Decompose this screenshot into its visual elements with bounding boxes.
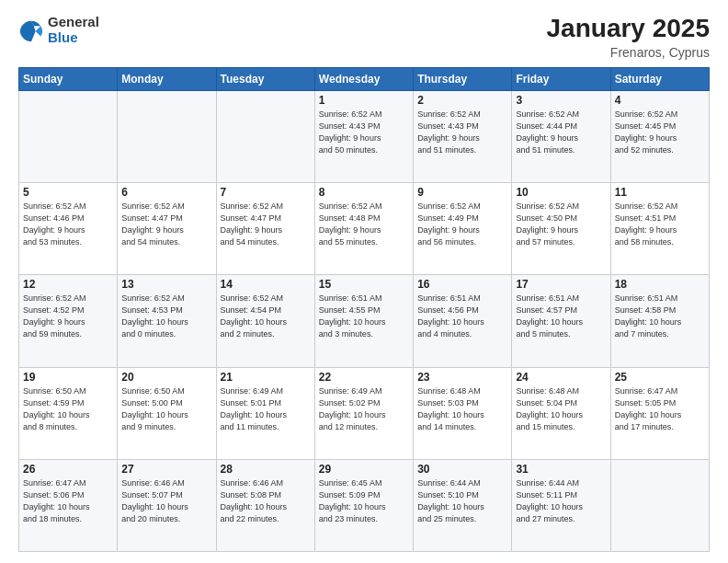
day-number: 28 (221, 463, 311, 476)
day-info: Sunrise: 6:52 AM Sunset: 4:46 PM Dayligh… (23, 201, 113, 248)
calendar-cell: 31Sunrise: 6:44 AM Sunset: 5:11 PM Dayli… (512, 459, 610, 551)
day-number: 7 (221, 186, 311, 199)
calendar-cell: 23Sunrise: 6:48 AM Sunset: 5:03 PM Dayli… (414, 367, 512, 459)
calendar-cell (216, 90, 314, 182)
weekday-header-row: SundayMondayTuesdayWednesdayThursdayFrid… (19, 67, 710, 90)
calendar-cell: 18Sunrise: 6:51 AM Sunset: 4:58 PM Dayli… (610, 275, 709, 367)
calendar-cell: 29Sunrise: 6:45 AM Sunset: 5:09 PM Dayli… (314, 459, 413, 551)
day-number: 13 (121, 278, 211, 291)
day-info: Sunrise: 6:51 AM Sunset: 4:58 PM Dayligh… (615, 293, 705, 340)
calendar-week-3: 12Sunrise: 6:52 AM Sunset: 4:52 PM Dayli… (19, 275, 710, 367)
calendar-cell (118, 90, 216, 182)
calendar-week-4: 19Sunrise: 6:50 AM Sunset: 4:59 PM Dayli… (19, 367, 710, 459)
logo-general: General (48, 15, 99, 30)
day-info: Sunrise: 6:44 AM Sunset: 5:10 PM Dayligh… (417, 477, 507, 525)
day-info: Sunrise: 6:52 AM Sunset: 4:51 PM Dayligh… (615, 201, 705, 248)
logo-blue: Blue (48, 30, 99, 46)
day-number: 22 (319, 371, 409, 384)
day-info: Sunrise: 6:45 AM Sunset: 5:09 PM Dayligh… (319, 477, 409, 525)
day-info: Sunrise: 6:52 AM Sunset: 4:54 PM Dayligh… (221, 293, 311, 340)
day-info: Sunrise: 6:52 AM Sunset: 4:47 PM Dayligh… (121, 201, 211, 248)
day-info: Sunrise: 6:47 AM Sunset: 5:06 PM Dayligh… (23, 477, 113, 525)
day-number: 31 (516, 463, 606, 476)
calendar-cell: 16Sunrise: 6:51 AM Sunset: 4:56 PM Dayli… (414, 275, 512, 367)
day-number: 10 (516, 186, 606, 199)
calendar-week-1: 1Sunrise: 6:52 AM Sunset: 4:43 PM Daylig… (19, 90, 710, 182)
day-number: 8 (319, 186, 409, 199)
day-number: 24 (516, 371, 606, 384)
day-info: Sunrise: 6:51 AM Sunset: 4:57 PM Dayligh… (516, 293, 606, 340)
calendar-cell: 12Sunrise: 6:52 AM Sunset: 4:52 PM Dayli… (19, 275, 118, 367)
calendar-cell: 22Sunrise: 6:49 AM Sunset: 5:02 PM Dayli… (314, 367, 413, 459)
calendar-cell: 2Sunrise: 6:52 AM Sunset: 4:43 PM Daylig… (414, 90, 512, 182)
day-number: 16 (417, 278, 507, 291)
day-info: Sunrise: 6:50 AM Sunset: 4:59 PM Dayligh… (23, 385, 113, 433)
location: Frenaros, Cyprus (547, 45, 710, 60)
day-info: Sunrise: 6:49 AM Sunset: 5:02 PM Dayligh… (319, 385, 409, 433)
calendar-cell: 1Sunrise: 6:52 AM Sunset: 4:43 PM Daylig… (314, 90, 413, 182)
day-number: 27 (121, 463, 211, 476)
day-info: Sunrise: 6:52 AM Sunset: 4:44 PM Dayligh… (516, 109, 606, 156)
weekday-monday: Monday (118, 67, 216, 90)
day-number: 19 (23, 371, 113, 384)
day-number: 5 (23, 186, 113, 199)
calendar-cell: 8Sunrise: 6:52 AM Sunset: 4:48 PM Daylig… (314, 183, 413, 275)
calendar-cell: 5Sunrise: 6:52 AM Sunset: 4:46 PM Daylig… (19, 183, 118, 275)
weekday-sunday: Sunday (19, 67, 118, 90)
calendar-cell: 11Sunrise: 6:52 AM Sunset: 4:51 PM Dayli… (610, 183, 709, 275)
calendar-cell: 13Sunrise: 6:52 AM Sunset: 4:53 PM Dayli… (118, 275, 216, 367)
day-info: Sunrise: 6:51 AM Sunset: 4:55 PM Dayligh… (319, 293, 409, 340)
day-number: 25 (615, 371, 705, 384)
calendar-cell: 3Sunrise: 6:52 AM Sunset: 4:44 PM Daylig… (512, 90, 610, 182)
day-info: Sunrise: 6:46 AM Sunset: 5:08 PM Dayligh… (221, 477, 311, 525)
logo-text: General Blue (48, 15, 99, 45)
weekday-friday: Friday (512, 67, 610, 90)
day-info: Sunrise: 6:52 AM Sunset: 4:43 PM Dayligh… (417, 109, 507, 156)
day-info: Sunrise: 6:50 AM Sunset: 5:00 PM Dayligh… (121, 385, 211, 433)
day-number: 29 (319, 463, 409, 476)
day-number: 9 (417, 186, 507, 199)
day-number: 26 (23, 463, 113, 476)
calendar-cell: 25Sunrise: 6:47 AM Sunset: 5:05 PM Dayli… (610, 367, 709, 459)
day-info: Sunrise: 6:52 AM Sunset: 4:43 PM Dayligh… (319, 109, 409, 156)
day-info: Sunrise: 6:52 AM Sunset: 4:47 PM Dayligh… (221, 201, 311, 248)
calendar-cell: 19Sunrise: 6:50 AM Sunset: 4:59 PM Dayli… (19, 367, 118, 459)
calendar-cell: 14Sunrise: 6:52 AM Sunset: 4:54 PM Dayli… (216, 275, 314, 367)
day-number: 6 (121, 186, 211, 199)
logo-icon (18, 17, 44, 43)
calendar-table: SundayMondayTuesdayWednesdayThursdayFrid… (18, 67, 710, 552)
weekday-thursday: Thursday (414, 67, 512, 90)
day-number: 4 (615, 94, 705, 107)
day-info: Sunrise: 6:49 AM Sunset: 5:01 PM Dayligh… (221, 385, 311, 433)
day-number: 17 (516, 278, 606, 291)
day-info: Sunrise: 6:44 AM Sunset: 5:11 PM Dayligh… (516, 477, 606, 525)
calendar-cell: 15Sunrise: 6:51 AM Sunset: 4:55 PM Dayli… (314, 275, 413, 367)
day-info: Sunrise: 6:52 AM Sunset: 4:48 PM Dayligh… (319, 201, 409, 248)
weekday-wednesday: Wednesday (314, 67, 413, 90)
calendar-cell: 26Sunrise: 6:47 AM Sunset: 5:06 PM Dayli… (19, 459, 118, 551)
day-info: Sunrise: 6:52 AM Sunset: 4:53 PM Dayligh… (121, 293, 211, 340)
day-number: 23 (417, 371, 507, 384)
day-info: Sunrise: 6:52 AM Sunset: 4:49 PM Dayligh… (417, 201, 507, 248)
calendar-cell: 28Sunrise: 6:46 AM Sunset: 5:08 PM Dayli… (216, 459, 314, 551)
calendar-week-5: 26Sunrise: 6:47 AM Sunset: 5:06 PM Dayli… (19, 459, 710, 551)
calendar-cell: 30Sunrise: 6:44 AM Sunset: 5:10 PM Dayli… (414, 459, 512, 551)
calendar-cell: 10Sunrise: 6:52 AM Sunset: 4:50 PM Dayli… (512, 183, 610, 275)
day-info: Sunrise: 6:51 AM Sunset: 4:56 PM Dayligh… (417, 293, 507, 340)
page: General Blue January 2025 Frenaros, Cypr… (0, 0, 728, 563)
day-number: 20 (121, 371, 211, 384)
day-number: 3 (516, 94, 606, 107)
weekday-tuesday: Tuesday (216, 67, 314, 90)
day-info: Sunrise: 6:47 AM Sunset: 5:05 PM Dayligh… (615, 385, 705, 433)
calendar-cell: 4Sunrise: 6:52 AM Sunset: 4:45 PM Daylig… (610, 90, 709, 182)
calendar-cell: 6Sunrise: 6:52 AM Sunset: 4:47 PM Daylig… (118, 183, 216, 275)
day-info: Sunrise: 6:52 AM Sunset: 4:52 PM Dayligh… (23, 293, 113, 340)
day-info: Sunrise: 6:52 AM Sunset: 4:45 PM Dayligh… (615, 109, 705, 156)
calendar-cell: 27Sunrise: 6:46 AM Sunset: 5:07 PM Dayli… (118, 459, 216, 551)
day-info: Sunrise: 6:46 AM Sunset: 5:07 PM Dayligh… (121, 477, 211, 525)
day-number: 2 (417, 94, 507, 107)
day-number: 15 (319, 278, 409, 291)
calendar-cell: 21Sunrise: 6:49 AM Sunset: 5:01 PM Dayli… (216, 367, 314, 459)
day-number: 1 (319, 94, 409, 107)
calendar-cell: 7Sunrise: 6:52 AM Sunset: 4:47 PM Daylig… (216, 183, 314, 275)
